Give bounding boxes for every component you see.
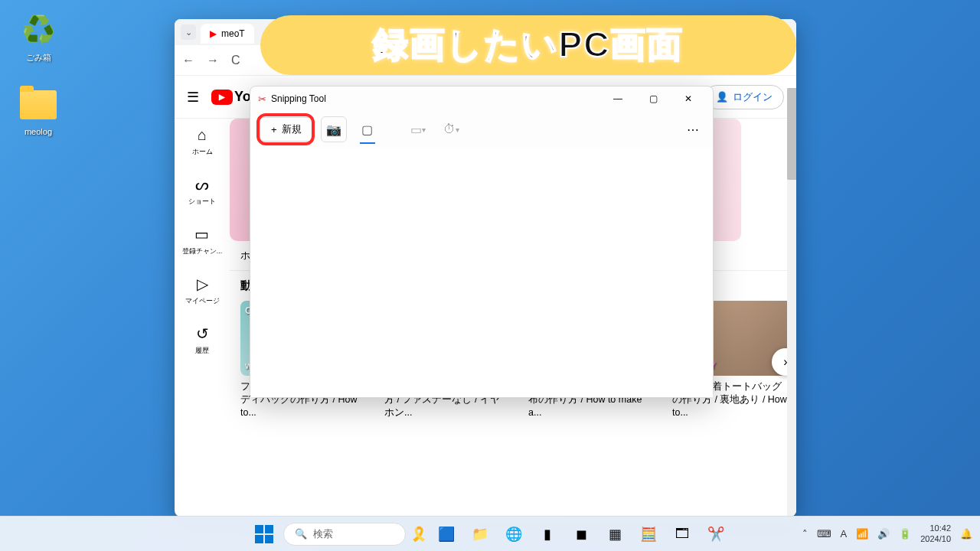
screenshot-mode-button[interactable]: 📷 [321, 116, 347, 142]
youtube-favicon-icon: ▶ [210, 28, 217, 39]
folder-meolog[interactable]: meolog [11, 86, 65, 136]
taskbar-screen-tools[interactable]: 🗔 [668, 520, 697, 549]
new-snip-button[interactable]: + 新規 [260, 117, 313, 142]
user-icon: 👤 [716, 91, 728, 103]
tray-battery-icon[interactable]: 🔋 [899, 528, 911, 540]
video-icon: ▢ [361, 122, 373, 137]
taskbar-app-3[interactable]: ▦ [600, 520, 629, 549]
login-button[interactable]: 👤 ログイン [704, 85, 784, 109]
record-mode-button[interactable]: ▢ [354, 116, 381, 142]
tray-lang-icon[interactable]: A [841, 528, 848, 540]
taskbar: 🔍 検索 🎗️ 🟦 📁 🌐 ▮ ◼ ▦ 🧮 🗔 ✂️ ˄ ⌨ A 📶 🔊 🔋 1… [0, 516, 980, 551]
browser-tab[interactable]: ▶ meoT [201, 24, 254, 44]
hamburger-menu[interactable]: ☰ [187, 89, 199, 106]
snipping-tool-window: ✂ Snipping Tool — ▢ ✕ + 新規 📷 ▢ ▭▾ ⏱▾ ⋯ [250, 86, 714, 398]
reload-button[interactable]: C [231, 54, 240, 67]
windows-icon [255, 525, 273, 543]
tab-list-button[interactable]: ⌄ [181, 24, 196, 40]
subscriptions-icon: ▭ [194, 225, 209, 243]
taskbar-edge[interactable]: 🌐 [499, 520, 528, 549]
annotation-text: 録画したいPC画面 [373, 21, 684, 69]
more-options-button[interactable]: ⋯ [682, 118, 704, 142]
taskbar-tray: ˄ ⌨ A 📶 🔊 🔋 10:42 2024/10 🔔 [802, 523, 972, 545]
recycle-bin[interactable]: ♻️ ごみ箱 [11, 11, 65, 64]
delay-dropdown[interactable]: ⏱▾ [439, 116, 465, 142]
plus-icon: + [271, 124, 277, 135]
taskbar-calculator[interactable]: 🧮 [634, 520, 663, 549]
snip-shape-dropdown[interactable]: ▭▾ [405, 116, 431, 142]
timer-icon: ⏱ [443, 122, 456, 136]
taskbar-snipping[interactable]: ✂️ [701, 520, 730, 549]
maximize-button[interactable]: ▢ [636, 88, 670, 109]
search-icon: 🔍 [295, 528, 307, 540]
shorts-icon: ᔕ [195, 175, 209, 194]
close-button[interactable]: ✕ [671, 88, 705, 109]
youtube-sidebar: ⌂ホーム ᔕショート ▭登録チャン... ▷マイページ ↺履歴 [175, 119, 230, 517]
sidebar-item-home[interactable]: ⌂ホーム [192, 126, 213, 157]
desktop-icons: ♻️ ごみ箱 meolog [11, 11, 65, 159]
taskbar-center: 🔍 検索 🎗️ 🟦 📁 🌐 ▮ ◼ ▦ 🧮 🗔 ✂️ [250, 520, 730, 549]
forward-button[interactable]: → [207, 54, 219, 67]
snipping-toolbar: + 新規 📷 ▢ ▭▾ ⏱▾ ⋯ [250, 111, 713, 148]
taskbar-app-2[interactable]: ◼ [567, 520, 596, 549]
home-icon: ⌂ [198, 126, 207, 144]
taskbar-app-1[interactable]: ▮ [533, 520, 562, 549]
sidebar-item-shorts[interactable]: ᔕショート [188, 175, 216, 207]
taskbar-explorer[interactable]: 📁 [466, 520, 495, 549]
taskbar-copilot[interactable]: 🟦 [432, 520, 461, 549]
tab-title: meoT [221, 28, 245, 39]
minimize-button[interactable]: — [601, 88, 635, 109]
library-icon: ▷ [197, 275, 208, 293]
rectangle-icon: ▭ [410, 122, 422, 137]
tray-wifi-icon[interactable]: 📶 [856, 528, 868, 540]
taskbar-ribbon[interactable]: 🎗️ [410, 526, 427, 543]
recycle-label: ごみ箱 [26, 52, 51, 64]
tray-volume-icon[interactable]: 🔊 [877, 528, 890, 540]
annotation-banner: 録画したいPC画面 [260, 15, 796, 75]
tray-ime-icon[interactable]: ⌨ [817, 528, 831, 540]
taskbar-clock[interactable]: 10:42 2024/10 [920, 523, 951, 545]
back-button[interactable]: ← [182, 54, 194, 67]
recycle-icon: ♻️ [20, 11, 57, 48]
snipping-app-icon: ✂ [258, 93, 266, 105]
sidebar-item-library[interactable]: ▷マイページ [185, 275, 220, 306]
scrollbar-thumb[interactable] [787, 88, 796, 180]
taskbar-search[interactable]: 🔍 検索 [283, 523, 406, 546]
notifications-icon[interactable]: 🔔 [960, 528, 972, 540]
chevron-down-icon: ▾ [422, 126, 426, 134]
snipping-title: Snipping Tool [271, 93, 326, 104]
youtube-play-icon: ▶ [211, 90, 233, 105]
chevron-down-icon: ▾ [456, 126, 459, 134]
snipping-canvas [250, 148, 713, 397]
scrollbar[interactable] [787, 88, 796, 517]
snipping-titlebar[interactable]: ✂ Snipping Tool — ▢ ✕ [250, 86, 713, 111]
folder-label: meolog [24, 127, 52, 136]
tray-chevron[interactable]: ˄ [802, 528, 808, 540]
start-button[interactable] [250, 520, 279, 549]
history-icon: ↺ [196, 324, 209, 343]
camera-icon: 📷 [326, 122, 341, 137]
sidebar-item-history[interactable]: ↺履歴 [195, 324, 209, 356]
folder-icon [20, 90, 57, 119]
sidebar-item-subscriptions[interactable]: ▭登録チャン... [182, 225, 223, 256]
